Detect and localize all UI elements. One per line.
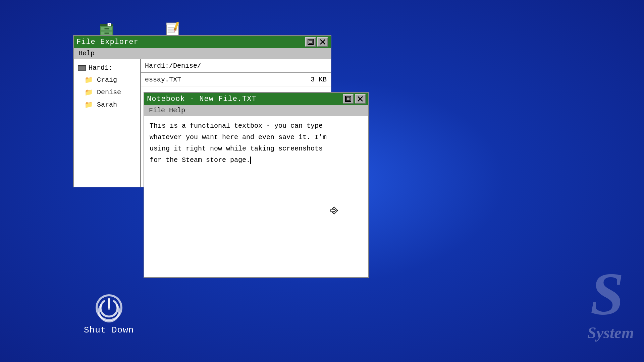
- svg-rect-5: [105, 28, 109, 29]
- nb-menu-file[interactable]: File: [147, 106, 167, 115]
- file-explorer-close-btn[interactable]: [317, 37, 328, 47]
- svg-rect-27: [346, 97, 350, 101]
- folder-icon-sarah: 📁: [85, 101, 93, 109]
- notebook-window-buttons: [343, 94, 366, 104]
- shutdown-label: Shut Down: [84, 325, 134, 335]
- fe-drive-item[interactable]: Hard1:: [74, 62, 140, 74]
- folder-icon-craig: 📁: [85, 76, 93, 84]
- text-cursor: [250, 157, 251, 164]
- notebook-text-area[interactable]: This is a functional textbox - you can t…: [144, 116, 368, 277]
- notebook-titlebar: Notebook - New File.TXT: [144, 93, 368, 105]
- notebook-content: This is a functional textbox - you can t…: [150, 120, 363, 166]
- fe-folder-craig[interactable]: 📁 Craig: [74, 74, 140, 86]
- system-text: System: [587, 323, 634, 342]
- fe-file-name: essay.TXT: [145, 76, 181, 83]
- notebook-title: Notebook - New File.TXT: [147, 95, 257, 103]
- shutdown-button[interactable]: Shut Down: [84, 294, 134, 335]
- fe-path-bar: Hard1:/Denise/: [141, 59, 331, 73]
- svg-rect-9: [109, 24, 110, 25]
- file-explorer-menubar: Help: [74, 48, 331, 59]
- notebook-menubar: File Help: [144, 105, 368, 116]
- shutdown-icon: [96, 294, 122, 321]
- file-explorer-titlebar: File Explorer: [74, 36, 331, 48]
- fe-file-row-essay[interactable]: essay.TXT 3 KB: [141, 73, 331, 86]
- folder-icon-denise: 📁: [85, 88, 93, 97]
- fe-folder-denise[interactable]: 📁 Denise: [74, 86, 140, 99]
- svg-rect-25: [78, 65, 86, 66]
- notebook-window: Notebook - New File.TXT File: [144, 92, 369, 278]
- fe-menu-help[interactable]: Help: [76, 49, 97, 58]
- ibeam-cursor: ⎆: [330, 203, 338, 217]
- desktop: S System: [0, 0, 644, 362]
- file-explorer-window-buttons: [305, 37, 328, 47]
- notebook-close-btn[interactable]: [355, 94, 366, 104]
- svg-rect-24: [78, 66, 85, 70]
- svg-rect-6: [105, 33, 109, 34]
- notebook-maximize-btn[interactable]: [343, 94, 354, 104]
- fe-folder-sarah[interactable]: 📁 Sarah: [74, 99, 140, 111]
- nb-menu-help[interactable]: Help: [167, 106, 187, 115]
- file-explorer-sidebar: Hard1: 📁 Craig 📁 Denise 📁 Sarah: [74, 59, 141, 187]
- svg-rect-20: [309, 40, 312, 44]
- fe-file-size: 3 KB: [311, 76, 327, 83]
- fe-drive-label: Hard1:: [89, 64, 113, 72]
- system-logo: S: [590, 259, 624, 328]
- file-explorer-maximize-btn[interactable]: [305, 37, 316, 47]
- file-explorer-title: File Explorer: [76, 38, 139, 46]
